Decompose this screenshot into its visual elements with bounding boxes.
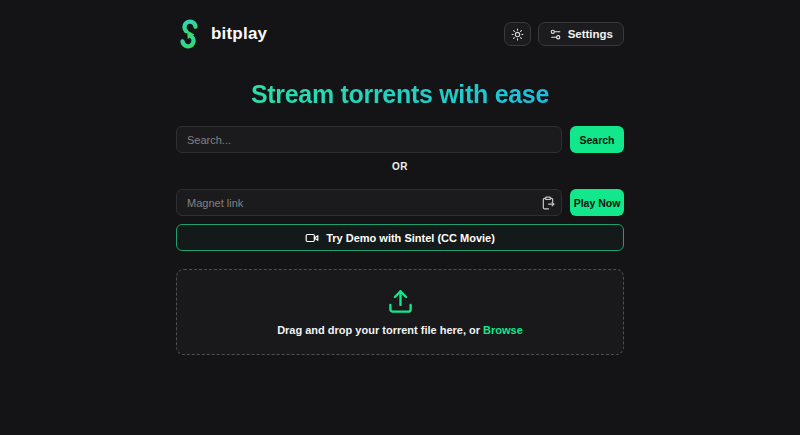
- search-row: Search: [176, 126, 624, 153]
- clipboard-paste-icon: [541, 196, 555, 210]
- search-button[interactable]: Search: [570, 126, 624, 153]
- sliders-icon: [549, 28, 562, 41]
- bitplay-app: bitplay Settings: [176, 0, 624, 355]
- browse-link[interactable]: Browse: [483, 324, 523, 336]
- header: bitplay Settings: [176, 0, 624, 48]
- sun-icon: [511, 28, 524, 41]
- page-title: Stream torrents with ease: [176, 80, 624, 109]
- try-demo-button[interactable]: Try Demo with Sintel (CC Movie): [176, 224, 624, 251]
- video-camera-icon: [305, 231, 319, 245]
- brand-name: bitplay: [211, 24, 267, 44]
- paste-from-clipboard-button[interactable]: [539, 194, 557, 212]
- magnet-input-wrap: [176, 189, 562, 216]
- main-content: Stream torrents with ease Search OR: [176, 80, 624, 355]
- dropzone-text: Drag and drop your torrent file here, or…: [277, 324, 523, 336]
- dropzone-instruction: Drag and drop your torrent file here, or: [277, 324, 480, 336]
- upload-icon: [387, 288, 414, 315]
- play-now-button[interactable]: Play Now: [570, 189, 624, 216]
- magnet-link-input[interactable]: [176, 189, 562, 216]
- settings-button[interactable]: Settings: [538, 22, 624, 46]
- theme-toggle-button[interactable]: [504, 22, 531, 46]
- bitplay-logo-icon: [176, 19, 202, 49]
- settings-button-label: Settings: [568, 28, 613, 40]
- magnet-row: Play Now: [176, 189, 624, 216]
- torrent-dropzone[interactable]: Drag and drop your torrent file here, or…: [176, 269, 624, 355]
- try-demo-label: Try Demo with Sintel (CC Movie): [326, 232, 495, 244]
- or-divider: OR: [176, 161, 624, 172]
- search-input[interactable]: [176, 126, 562, 153]
- header-actions: Settings: [504, 22, 624, 46]
- brand[interactable]: bitplay: [176, 19, 267, 49]
